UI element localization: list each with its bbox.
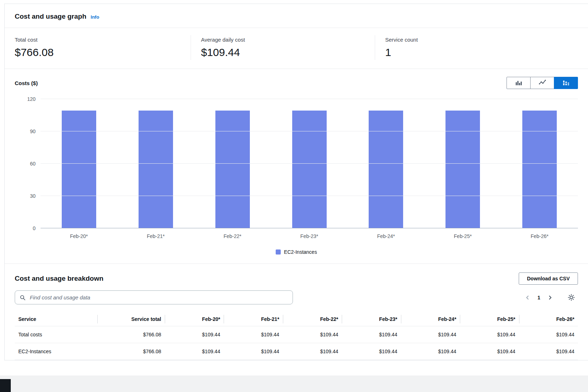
- gridline: [41, 163, 578, 164]
- cost-cell: $109.44: [401, 326, 460, 343]
- chart-y-axis-title: Costs ($): [15, 80, 38, 86]
- gear-icon: [568, 294, 575, 301]
- bar-Feb-24: [369, 111, 403, 228]
- y-tick-label: 120: [27, 96, 36, 102]
- grouped-bar-chart-icon: [515, 79, 523, 87]
- table-row: EC2-Instances$766.08$109.44$109.44$109.4…: [15, 343, 578, 360]
- cost-cell: $766.08: [97, 326, 165, 343]
- service-name-cell: Total costs: [15, 326, 97, 343]
- bar-slot: [41, 99, 117, 228]
- stat-total-cost: Total cost $766.08: [5, 35, 191, 60]
- stat-label: Service count: [385, 37, 578, 43]
- cost-cell: $109.44: [165, 343, 224, 360]
- x-tick-label: Feb-23*: [271, 233, 348, 239]
- x-tick-label: Feb-22*: [194, 233, 271, 239]
- x-axis-labels: Feb-20*Feb-21*Feb-22*Feb-23*Feb-24*Feb-2…: [41, 233, 578, 239]
- stacked-bar-chart-toggle[interactable]: [554, 77, 578, 89]
- legend-label: EC2-Instances: [284, 249, 317, 255]
- bars-container: [41, 99, 578, 228]
- summary-stats: Total cost $766.08 Average daily cost $1…: [5, 28, 588, 69]
- column-header: Service total: [97, 312, 165, 326]
- x-axis-baseline: [41, 228, 578, 228]
- bar-Feb-25: [445, 111, 480, 228]
- y-tick-label: 30: [30, 193, 36, 199]
- grouped-bar-chart-toggle[interactable]: [507, 77, 531, 89]
- cost-cell: $109.44: [342, 326, 401, 343]
- cost-cell: $109.44: [342, 343, 401, 360]
- chart-type-toggle: [507, 77, 578, 89]
- pagination: 1: [522, 292, 578, 303]
- column-header: Feb-25*: [460, 312, 519, 326]
- stacked-bar-chart-icon: [562, 79, 570, 87]
- settings-button[interactable]: [565, 292, 578, 303]
- bar-slot: [194, 99, 271, 228]
- current-page[interactable]: 1: [535, 295, 543, 300]
- gridline: [41, 196, 578, 196]
- breakdown-section: Cost and usage breakdown Download as CSV: [5, 264, 588, 360]
- stat-service-count: Service count 1: [375, 35, 588, 60]
- bar-Feb-21: [139, 111, 173, 228]
- y-axis: 0306090120: [15, 99, 41, 228]
- chart-section: Costs ($): [5, 69, 588, 264]
- stat-average-daily-cost: Average daily cost $109.44: [191, 35, 375, 60]
- breakdown-table-wrap: ServiceService totalFeb-20*Feb-21*Feb-22…: [5, 309, 588, 360]
- stat-label: Total cost: [15, 37, 181, 43]
- cost-cell: $109.44: [519, 326, 578, 343]
- cost-cell: $766.08: [97, 343, 165, 360]
- cost-cell: $109.44: [224, 326, 283, 343]
- bar-slot: [347, 99, 424, 228]
- bar-slot: [117, 99, 194, 228]
- cost-cell: $109.44: [224, 343, 283, 360]
- search-input[interactable]: [29, 294, 288, 301]
- stat-value: $766.08: [15, 46, 181, 59]
- column-header: Feb-22*: [283, 312, 342, 326]
- footer-dark-fragment: [0, 379, 11, 392]
- column-header: Feb-24*: [401, 312, 460, 326]
- column-header: Feb-21*: [224, 312, 283, 326]
- gridline: [41, 131, 578, 131]
- x-tick-label: Feb-26*: [501, 233, 578, 239]
- column-header: Service: [15, 312, 97, 326]
- bar-Feb-20: [62, 111, 96, 228]
- table-row: Total costs$766.08$109.44$109.44$109.44$…: [15, 326, 578, 343]
- x-tick-label: Feb-20*: [41, 233, 117, 239]
- x-tick-label: Feb-21*: [117, 233, 194, 239]
- line-chart-icon: [538, 79, 546, 87]
- search-icon: [19, 294, 26, 301]
- cost-cell: $109.44: [519, 343, 578, 360]
- plot-area: [41, 99, 578, 228]
- next-page-button[interactable]: [545, 293, 555, 302]
- column-header: Feb-23*: [342, 312, 401, 326]
- cost-bar-chart: 0306090120 Feb-20*Feb-21*Feb-22*Feb-23*F…: [15, 99, 578, 239]
- cost-cell: $109.44: [401, 343, 460, 360]
- x-tick-label: Feb-25*: [424, 233, 501, 239]
- previous-page-button[interactable]: [522, 293, 533, 302]
- y-tick-label: 90: [30, 129, 36, 134]
- breakdown-title: Cost and usage breakdown: [15, 275, 103, 283]
- card-header: Cost and usage graph Info: [5, 4, 588, 28]
- table-header-row: ServiceService totalFeb-20*Feb-21*Feb-22…: [15, 312, 578, 326]
- bar-Feb-23: [292, 111, 327, 228]
- stat-value: 1: [385, 46, 578, 59]
- download-csv-button[interactable]: Download as CSV: [519, 272, 578, 285]
- column-header: Feb-20*: [165, 312, 224, 326]
- search-box[interactable]: [15, 290, 293, 304]
- bar-slot: [271, 99, 348, 228]
- stat-label: Average daily cost: [201, 37, 365, 43]
- y-tick-label: 0: [33, 225, 36, 231]
- cost-cell: $109.44: [460, 343, 519, 360]
- chart-legend: EC2-Instances: [15, 249, 578, 255]
- info-link[interactable]: Info: [91, 14, 99, 20]
- y-tick-label: 60: [30, 161, 36, 167]
- service-name-cell: EC2-Instances: [15, 343, 97, 360]
- cost-cell: $109.44: [460, 326, 519, 343]
- bar-slot: [501, 99, 578, 228]
- stat-value: $109.44: [201, 46, 365, 59]
- line-chart-toggle[interactable]: [530, 77, 554, 89]
- legend-swatch: [276, 249, 281, 255]
- cost-cell: $109.44: [165, 326, 224, 343]
- cost-usage-card: Cost and usage graph Info Total cost $76…: [4, 4, 588, 360]
- cost-cell: $109.44: [283, 326, 342, 343]
- column-header: Feb-26*: [519, 312, 578, 326]
- bar-slot: [424, 99, 501, 228]
